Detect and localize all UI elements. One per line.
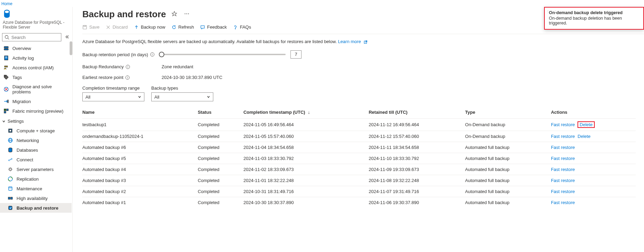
sidebar-item-ha[interactable]: High availability	[0, 193, 72, 203]
cell-type: Automated full backup	[465, 164, 551, 175]
more-button[interactable]	[183, 10, 191, 19]
sidebar-group-settings[interactable]: Settings	[0, 116, 72, 126]
repl-icon	[8, 176, 13, 182]
backups-table: Name Status Completion timestamp (UTC) ↓…	[82, 106, 636, 208]
info-icon[interactable]: i	[150, 52, 154, 57]
retention-slider[interactable]	[162, 54, 286, 55]
sidebar-item-compute[interactable]: Compute + storage	[0, 126, 72, 135]
cell-name: Automated backup #3	[82, 175, 198, 186]
sort-desc-icon: ↓	[308, 110, 310, 115]
maint-icon	[8, 186, 13, 191]
cell-actions: Fast restore	[551, 197, 636, 208]
cell-type: Automated full backup	[465, 186, 551, 197]
backup-now-button[interactable]: Backup now	[134, 24, 165, 30]
cell-type: Automated full backup	[465, 142, 551, 153]
learn-more-link[interactable]: Learn more	[338, 39, 361, 44]
breadcrumb-home[interactable]: Home	[1, 1, 12, 6]
delete-link[interactable]: Delete	[577, 134, 591, 139]
cell-actions: Fast restoreDelete	[551, 119, 636, 131]
sidebar-item-server[interactable]: Overview	[0, 43, 72, 53]
svg-line-21	[10, 159, 11, 160]
col-type[interactable]: Type	[465, 106, 551, 119]
drag-handle-icon[interactable]: ⋮⋮⋮	[546, 10, 558, 13]
svg-rect-24	[9, 187, 12, 190]
svg-rect-11	[8, 100, 8, 103]
svg-rect-12	[4, 109, 6, 111]
sidebar-item-backup[interactable]: Backup and restore	[0, 203, 72, 213]
sidebar-item-iam[interactable]: Access control (IAM)	[0, 63, 72, 72]
sidebar-search[interactable]	[2, 33, 61, 41]
sidebar-item-params[interactable]: Server parameters	[0, 164, 72, 174]
delete-link[interactable]: Delete	[580, 122, 593, 127]
sidebar: Azure Database for PostgreSQL - Flexible…	[0, 7, 72, 252]
svg-rect-33	[83, 25, 87, 29]
breadcrumb: Home	[0, 0, 644, 7]
fast-restore-link[interactable]: Fast restore	[551, 156, 575, 161]
col-retained[interactable]: Retained till (UTC)	[369, 106, 465, 119]
cell-actions: Fast restoreDelete	[551, 131, 636, 142]
col-name[interactable]: Name	[82, 106, 198, 119]
sidebar-item-connect[interactable]: Connect	[0, 155, 72, 164]
cell-status: Completed	[198, 197, 244, 208]
favorite-button[interactable]	[170, 10, 178, 19]
table-row: testbackup1Completed2024-11-05 16:49:56.…	[82, 119, 636, 131]
star-icon	[172, 11, 177, 17]
svg-point-7	[4, 66, 6, 67]
sidebar-item-diagnose[interactable]: Diagnose and solve problems	[0, 82, 72, 97]
sidebar-item-db[interactable]: Databases	[0, 145, 72, 155]
svg-point-32	[188, 13, 189, 14]
cell-retained: 2024-11-12 16:49:56.464	[369, 119, 465, 131]
svg-rect-14	[4, 111, 6, 113]
fast-restore-link[interactable]: Fast restore	[551, 200, 575, 205]
types-filter-dropdown[interactable]: All	[151, 92, 213, 101]
cell-type: Automated full backup	[465, 153, 551, 164]
cell-completion: 2024-11-05 16:49:56.464	[243, 119, 369, 131]
diagnose-icon	[3, 87, 9, 92]
feedback-button[interactable]: Feedback	[200, 24, 227, 30]
info-icon[interactable]: i	[125, 75, 130, 80]
fast-restore-link[interactable]: Fast restore	[551, 122, 575, 127]
col-completion[interactable]: Completion timestamp (UTC) ↓	[243, 106, 369, 119]
fast-restore-link[interactable]: Fast restore	[551, 178, 575, 183]
svg-point-30	[185, 13, 185, 14]
timestamp-filter-dropdown[interactable]: All	[82, 92, 144, 101]
sidebar-item-maint[interactable]: Maintenance	[0, 184, 72, 193]
sidebar-item-label: Access control (IAM)	[12, 65, 54, 70]
retention-value[interactable]: 7	[290, 50, 301, 59]
cell-name: Automated backup #6	[82, 142, 198, 153]
svg-point-0	[5, 36, 8, 39]
cell-type: Automated full backup	[465, 197, 551, 208]
sidebar-item-network[interactable]: Networking	[0, 135, 72, 145]
cell-status: Completed	[198, 142, 244, 153]
cell-retained: 2024-11-12 15:57:40.060	[369, 131, 465, 142]
cell-retained: 2024-11-09 19:33:09.673	[369, 164, 465, 175]
info-icon[interactable]: i	[126, 65, 130, 69]
sidebar-item-log[interactable]: Activity log	[0, 53, 72, 63]
col-actions: Actions	[551, 106, 636, 119]
col-status[interactable]: Status	[198, 106, 244, 119]
sidebar-item-tag[interactable]: Tags	[0, 72, 72, 82]
fast-restore-link[interactable]: Fast restore	[551, 145, 575, 150]
refresh-button[interactable]: Refresh	[172, 24, 194, 30]
cell-name: testbackup1	[82, 119, 198, 131]
cell-completion: 2024-11-05 15:57:40.060	[243, 131, 369, 142]
search-input[interactable]	[11, 35, 59, 40]
fast-restore-link[interactable]: Fast restore	[551, 189, 575, 194]
types-filter-label: Backup types	[151, 85, 213, 91]
faqs-button[interactable]: FAQs	[233, 24, 251, 30]
sidebar-item-label: Compute + storage	[17, 128, 55, 133]
sidebar-item-repl[interactable]: Replication	[0, 174, 72, 184]
sidebar-item-label: Activity log	[12, 56, 34, 61]
fast-restore-link[interactable]: Fast restore	[551, 134, 575, 139]
table-row: Automated backup #4Completed2024-11-02 1…	[82, 164, 636, 175]
fast-restore-link[interactable]: Fast restore	[551, 167, 575, 172]
earliest-restore-value: 2024-10-30 18:30:37.890 UTC	[162, 75, 222, 80]
cell-status: Completed	[198, 119, 244, 131]
sidebar-item-fabric[interactable]: Fabric mirroring (preview)	[0, 106, 72, 116]
table-row: Automated backup #1Completed2024-10-30 1…	[82, 197, 636, 208]
slider-thumb[interactable]	[159, 52, 164, 57]
toast-title: On-demand backup delete triggered	[549, 10, 634, 15]
cell-type: On-Demand backup	[465, 119, 551, 131]
scrollbar-thumb[interactable]	[70, 41, 72, 55]
sidebar-item-migration[interactable]: Migration	[0, 97, 72, 106]
